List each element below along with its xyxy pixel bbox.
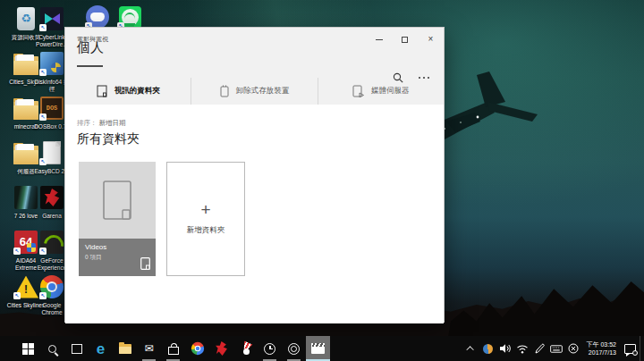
- tab-strip: 視訊的資料夾 卸除式存放裝置 媒體伺服器: [65, 78, 444, 105]
- window-title: 電影與電視: [65, 35, 366, 44]
- clock-display[interactable]: 下午 03:52 2017/7/13: [584, 340, 619, 357]
- shortcut-arrow-icon: ↖: [39, 69, 47, 76]
- page-title: 個人: [77, 39, 104, 56]
- edge-icon: e: [97, 341, 105, 357]
- taskbar-shuttlecock-app[interactable]: [233, 336, 258, 361]
- mini-folder-icon: [140, 257, 150, 270]
- tab-label: 視訊的資料夾: [114, 86, 160, 97]
- tab-media-servers[interactable]: 媒體伺服器: [318, 78, 444, 105]
- garena-icon: [215, 341, 229, 356]
- taskbar: e ✉: [0, 336, 644, 361]
- garena-icon: [40, 186, 64, 209]
- status-circle-button[interactable]: [567, 342, 580, 355]
- removable-drive-icon: [220, 85, 229, 97]
- start-button[interactable]: [16, 336, 40, 361]
- volume-button[interactable]: [499, 342, 512, 355]
- tray-app-button[interactable]: [482, 342, 495, 355]
- shortcut-arrow-icon: ↖: [13, 292, 21, 299]
- tab-label: 卸除式存放裝置: [236, 86, 290, 97]
- sort-value[interactable]: 新增日期: [99, 119, 126, 127]
- shortcut-arrow-icon: ↖: [39, 292, 47, 299]
- taskbar-movies-tv[interactable]: [306, 336, 330, 361]
- touch-keyboard-icon: [550, 344, 563, 354]
- add-folder-tile[interactable]: + 新增資料夾: [166, 162, 245, 276]
- volume-icon: [499, 343, 511, 354]
- videos-folder-tile[interactable]: Videos 0 項目: [79, 162, 156, 276]
- file-explorer-icon: [119, 344, 131, 354]
- system-tray: 下午 03:52 2017/7/13: [465, 336, 640, 361]
- tray-date: 2017/7/13: [587, 348, 616, 357]
- action-center-icon: [624, 344, 636, 354]
- window-content: 排序： 新增日期 所有資料夾 Videos 0 項目 + 新增資: [65, 105, 444, 323]
- windows-logo-icon: [22, 343, 34, 355]
- shortcut-arrow-icon: ↖: [39, 24, 47, 31]
- minimize-button[interactable]: [366, 28, 392, 51]
- tray-app-icon: [483, 344, 493, 354]
- video-folder-icon: [97, 85, 107, 97]
- folder-outline-icon: [103, 180, 131, 220]
- tab-video-folders[interactable]: 視訊的資料夾: [65, 78, 191, 105]
- mail-icon: ✉: [144, 343, 153, 354]
- minimize-icon: [376, 39, 383, 40]
- shortcut-arrow-icon: ↖: [39, 158, 47, 165]
- section-title: 所有資料夾: [77, 131, 140, 147]
- sort-label: 排序：: [77, 119, 97, 127]
- shortcut-arrow-icon: ↖: [13, 248, 21, 255]
- plus-icon: +: [200, 202, 210, 218]
- chrome-icon: [191, 342, 203, 355]
- shortcut-arrow-icon: ↖: [39, 113, 47, 121]
- shuttlecock-app-icon: [240, 342, 252, 355]
- taskbar-file-explorer[interactable]: [113, 336, 137, 361]
- touch-keyboard-button[interactable]: [550, 342, 563, 355]
- taskbar-store[interactable]: [161, 336, 185, 361]
- notification-badge: [632, 350, 638, 356]
- media-server-icon: [352, 85, 364, 97]
- task-view-button[interactable]: [64, 336, 89, 361]
- status-circle-icon: [568, 343, 579, 354]
- taskbar-mail[interactable]: ✉: [137, 336, 161, 361]
- shortcut-arrow-icon: ↖: [39, 248, 47, 255]
- tray-time: 下午 03:52: [587, 340, 616, 348]
- chevron-up-icon: [466, 346, 473, 353]
- airplane-silhouette: [436, 68, 548, 154]
- close-icon: ×: [428, 35, 434, 44]
- taskbar-garena[interactable]: [209, 336, 233, 361]
- pen-icon: [534, 343, 545, 354]
- maximize-button[interactable]: [392, 28, 418, 51]
- taskbar-chrome[interactable]: [185, 336, 209, 361]
- alarm-clock-icon: [264, 343, 275, 355]
- maximize-icon: [402, 37, 408, 43]
- taskbar-search-button[interactable]: [40, 336, 64, 361]
- search-icon: [48, 345, 56, 353]
- close-button[interactable]: ×: [418, 28, 444, 51]
- store-icon: [168, 347, 179, 355]
- hidden-icons-button[interactable]: [465, 342, 478, 355]
- taskbar-bullseye-app[interactable]: [282, 336, 306, 361]
- pen-button[interactable]: [533, 342, 546, 355]
- tile-title: Videos: [85, 243, 149, 251]
- wifi-button[interactable]: [516, 342, 529, 355]
- add-folder-label: 新增資料夾: [187, 225, 225, 236]
- movies-tv-window: 電影與電視 × 個人 視訊的資料夾: [64, 27, 445, 323]
- action-center-button[interactable]: [623, 342, 636, 355]
- task-view-icon: [72, 344, 82, 354]
- bullseye-icon: [288, 343, 300, 355]
- taskbar-alarms-clock[interactable]: [258, 336, 282, 361]
- movies-tv-icon: [311, 343, 325, 354]
- selected-pivot-underline: [77, 65, 103, 67]
- tile-info-bar: Videos 0 項目: [79, 239, 156, 276]
- tab-label: 媒體伺服器: [371, 86, 410, 97]
- window-titlebar[interactable]: 電影與電視 ×: [65, 28, 444, 51]
- taskbar-edge[interactable]: e: [89, 336, 113, 361]
- wifi-icon: [516, 344, 529, 354]
- tab-removable-storage[interactable]: 卸除式存放裝置: [191, 78, 317, 105]
